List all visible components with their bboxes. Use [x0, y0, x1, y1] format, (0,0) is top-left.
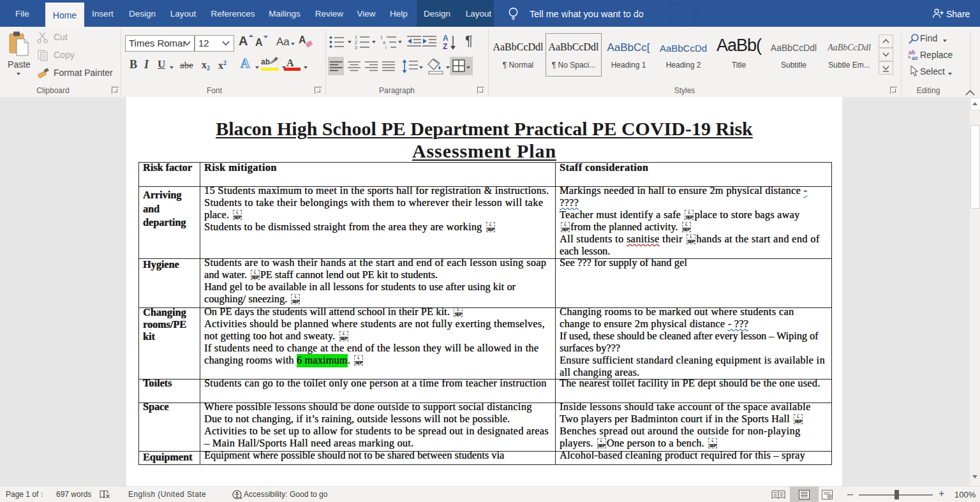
svg-text:A: A [443, 34, 449, 43]
svg-text:a: a [383, 40, 385, 45]
svg-text:2: 2 [355, 40, 357, 45]
svg-text:Z: Z [443, 42, 447, 50]
svg-text:A: A [241, 57, 250, 70]
svg-text:1: 1 [380, 35, 383, 40]
svg-text:i: i [385, 45, 387, 50]
svg-text:ac: ac [912, 55, 918, 61]
svg-text:1: 1 [355, 35, 357, 40]
svg-text:3: 3 [355, 45, 357, 50]
